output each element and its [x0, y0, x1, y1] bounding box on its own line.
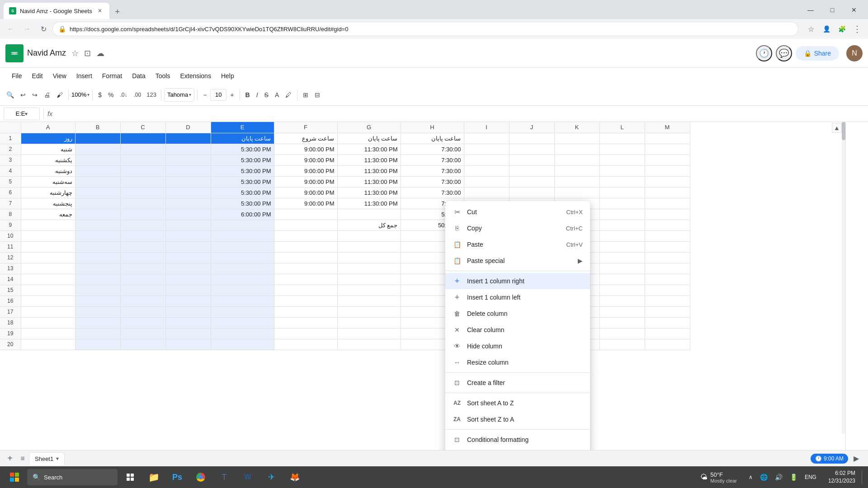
cell-3-f[interactable]: 9:00:00 PM [274, 155, 337, 165]
cell-2-h[interactable]: 7:30:00 [401, 144, 464, 155]
cell-14-f[interactable] [274, 274, 337, 285]
cell-18-c[interactable] [120, 317, 165, 328]
cell-10-f[interactable] [274, 230, 337, 241]
cell-15-a[interactable] [21, 285, 75, 296]
tray-hidden-icons[interactable]: ∧ [746, 472, 755, 482]
cell-11-m[interactable] [645, 241, 690, 252]
col-header-d[interactable]: D [165, 122, 211, 133]
row-header-14[interactable]: 14 [0, 274, 21, 285]
cell-11-e[interactable] [211, 241, 274, 252]
menu-extensions[interactable]: Extensions [175, 70, 215, 81]
cell-1-j[interactable] [509, 133, 554, 144]
cell-9-c[interactable] [120, 220, 165, 230]
cell-12-g[interactable] [337, 252, 401, 263]
cell-2-k[interactable] [554, 144, 599, 155]
cell-5-g[interactable]: 11:30:00 PM [337, 176, 401, 187]
cell-16-c[interactable] [120, 296, 165, 306]
cell-8-c[interactable] [120, 209, 165, 220]
history-button[interactable]: 🕐 [756, 45, 772, 61]
cell-15-l[interactable] [599, 285, 645, 296]
cell-5-k[interactable] [554, 176, 599, 187]
tab-close-button[interactable]: ✕ [96, 7, 104, 15]
font-size-decrease[interactable]: − [200, 88, 209, 102]
cell-14-a[interactable] [21, 274, 75, 285]
cell-13-e[interactable] [211, 263, 274, 274]
cell-20-e[interactable] [211, 339, 274, 350]
borders-button[interactable]: ⊞ [300, 88, 311, 102]
cell-7-a[interactable]: پنجشنبه [21, 198, 75, 209]
cell-3-c[interactable] [120, 155, 165, 165]
weather-widget[interactable]: 🌤 50°F Mostly clear [697, 469, 741, 485]
row-header-6[interactable]: 6 [0, 187, 21, 198]
extensions-button[interactable]: 🧩 [835, 22, 849, 36]
cell-4-f[interactable]: 9:00:00 PM [274, 165, 337, 176]
row-header-5[interactable]: 5 [0, 176, 21, 187]
cell-17-b[interactable] [75, 306, 120, 317]
profile-button[interactable]: 👤 [819, 22, 834, 36]
cell-8-m[interactable] [645, 209, 690, 220]
col-header-g[interactable]: G [337, 122, 401, 133]
cell-13-d[interactable] [165, 263, 211, 274]
back-button[interactable]: ← [4, 22, 18, 36]
cell-19-g[interactable] [337, 328, 401, 339]
cell-13-g[interactable] [337, 263, 401, 274]
new-tab-button[interactable]: + [111, 5, 124, 18]
cell-6-e[interactable]: 5:30:00 PM [211, 187, 274, 198]
cell-12-m[interactable] [645, 252, 690, 263]
strikethrough-button[interactable]: S [262, 88, 271, 102]
minimize-button[interactable]: — [800, 3, 821, 17]
cell-1-f[interactable]: ساعت شروع [274, 133, 337, 144]
cell-11-l[interactable] [599, 241, 645, 252]
cell-19-b[interactable] [75, 328, 120, 339]
cell-1-a[interactable]: روز [21, 133, 75, 144]
cell-18-e[interactable] [211, 317, 274, 328]
row-header-1[interactable]: 1 [0, 133, 21, 144]
context-delete-col[interactable]: 🗑 Delete column [445, 305, 590, 322]
cell-3-d[interactable] [165, 155, 211, 165]
context-data-validation[interactable]: ⊡ Data validation [445, 448, 590, 450]
cell-12-e[interactable] [211, 252, 274, 263]
font-selector[interactable]: Tahoma ▾ [164, 88, 194, 102]
cell-4-b[interactable] [75, 165, 120, 176]
cell-4-j[interactable] [509, 165, 554, 176]
cell-19-a[interactable] [21, 328, 75, 339]
tray-network[interactable]: 🌐 [757, 472, 770, 483]
cell-20-f[interactable] [274, 339, 337, 350]
cell-2-c[interactable] [120, 144, 165, 155]
cell-3-j[interactable] [509, 155, 554, 165]
redo-button[interactable]: ↪ [29, 88, 40, 102]
cell-5-b[interactable] [75, 176, 120, 187]
cell-2-i[interactable] [464, 144, 509, 155]
cell-17-c[interactable] [120, 306, 165, 317]
cell-20-d[interactable] [165, 339, 211, 350]
context-copy[interactable]: ⎘ Copy Ctrl+C [445, 220, 590, 236]
cell-6-d[interactable] [165, 187, 211, 198]
cell-4-i[interactable] [464, 165, 509, 176]
cell-19-d[interactable] [165, 328, 211, 339]
cell-4-d[interactable] [165, 165, 211, 176]
cell-15-e[interactable] [211, 285, 274, 296]
cell-18-g[interactable] [337, 317, 401, 328]
cell-17-l[interactable] [599, 306, 645, 317]
cell-17-a[interactable] [21, 306, 75, 317]
cell-8-g[interactable] [337, 209, 401, 220]
cell-20-b[interactable] [75, 339, 120, 350]
cell-1-e[interactable]: ساعت پایان [211, 133, 274, 144]
start-button[interactable] [4, 466, 25, 488]
grid-scroll[interactable]: A B C D E F G H I J K L [0, 122, 845, 450]
col-header-h[interactable]: H [401, 122, 464, 133]
cell-1-l[interactable] [599, 133, 645, 144]
cell-13-m[interactable] [645, 263, 690, 274]
cell-1-k[interactable] [554, 133, 599, 144]
taskbar-firefox[interactable]: 🦊 [284, 466, 306, 488]
cell-9-g[interactable]: جمع کل [337, 220, 401, 230]
time-indicator[interactable]: 🕐 9:00 AM [811, 454, 848, 464]
context-resize-col[interactable]: ↔ Resize column [445, 354, 590, 371]
cell-19-m[interactable] [645, 328, 690, 339]
col-header-e[interactable]: E [211, 122, 274, 133]
cell-17-d[interactable] [165, 306, 211, 317]
tray-time[interactable]: 6:02 PM 12/31/2023 [825, 468, 859, 487]
row-header-9[interactable]: 9 [0, 220, 21, 230]
cell-9-l[interactable] [599, 220, 645, 230]
cell-12-c[interactable] [120, 252, 165, 263]
